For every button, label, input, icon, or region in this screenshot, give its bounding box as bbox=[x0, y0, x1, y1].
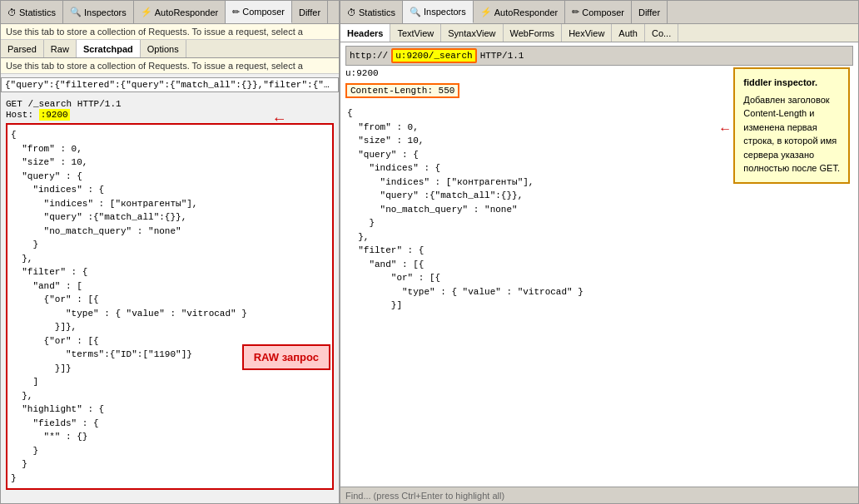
left-tab-statistics[interactable]: ⏱ Statistics bbox=[1, 1, 63, 23]
tooltip-line2: Content-Length и bbox=[743, 106, 840, 121]
sub-tab-options[interactable]: Options bbox=[141, 40, 186, 57]
sub-tab-parsed[interactable]: Parsed bbox=[1, 40, 44, 57]
sub-tab-webforms[interactable]: WebForms bbox=[504, 24, 563, 42]
right-autoresponder-icon: ⚡ bbox=[480, 7, 492, 17]
fiddler-tooltip: fiddler inspector. Добавлен заголовок Co… bbox=[733, 67, 850, 184]
tooltip-line5: сервера указано bbox=[743, 148, 840, 162]
tooltip-title: fiddler inspector. bbox=[743, 76, 840, 90]
right-panel: ⏱ Statistics 🔍 Inspectors ⚡ AutoResponde… bbox=[340, 0, 859, 504]
scratchpad-info: Use this tab to store a collection of Re… bbox=[1, 58, 339, 74]
left-info-bar: Use this tab to store a collection of Re… bbox=[1, 24, 339, 40]
tooltip-arrow: ← bbox=[718, 119, 732, 139]
left-arrow: ← bbox=[275, 111, 284, 127]
left-content-area: GET /_search HTTP/1.1 Host: :9200 ← { "f… bbox=[1, 96, 339, 503]
tooltip-line4: строка, в которой имя bbox=[743, 134, 840, 148]
find-bar[interactable]: Find... (press Ctrl+Enter to highlight a… bbox=[340, 487, 858, 503]
sub-tab-syntaxview[interactable]: SyntaxView bbox=[441, 24, 503, 42]
main-container: ⏱ Statistics 🔍 Inspectors ⚡ AutoResponde… bbox=[0, 0, 859, 504]
left-tab-autoresponder[interactable]: ⚡ AutoResponder bbox=[134, 1, 226, 23]
url-prefix: http:// bbox=[350, 51, 388, 61]
query-input-bar[interactable]: {"query":{"filtered":{"query":{"match_al… bbox=[1, 77, 339, 92]
right-inspectors-icon: 🔍 bbox=[410, 7, 421, 17]
composer-icon: ✏ bbox=[232, 7, 240, 17]
right-tab-composer[interactable]: ✏ Composer bbox=[565, 1, 632, 23]
right-tab-autoresponder[interactable]: ⚡ AutoResponder bbox=[474, 1, 565, 23]
right-tab-statistics[interactable]: ⏱ Statistics bbox=[340, 1, 403, 23]
left-tab-differ[interactable]: Differ bbox=[292, 1, 328, 23]
sub-tab-raw[interactable]: Raw bbox=[44, 40, 77, 57]
right-sub-tab-bar: Headers TextView SyntaxView WebForms Hex… bbox=[340, 24, 858, 42]
left-sub-tab-bar: Parsed Raw Scratchpad Options bbox=[1, 40, 339, 58]
request-line: GET /_search HTTP/1.1 bbox=[6, 99, 334, 109]
left-tab-bar: ⏱ Statistics 🔍 Inspectors ⚡ AutoResponde… bbox=[1, 1, 339, 24]
right-tab-bar: ⏱ Statistics 🔍 Inspectors ⚡ AutoResponde… bbox=[340, 1, 858, 24]
content-length-header: Content-Length: 550 bbox=[345, 83, 459, 98]
left-tab-inspectors[interactable]: 🔍 Inspectors bbox=[63, 1, 134, 23]
sub-tab-hexview[interactable]: HexView bbox=[562, 24, 612, 42]
inspectors-icon: 🔍 bbox=[70, 7, 82, 17]
tooltip-line3: изменена первая bbox=[743, 121, 840, 135]
tooltip-line6: полностью после GET. bbox=[743, 161, 840, 175]
sub-tab-co[interactable]: Co... bbox=[645, 24, 678, 42]
tooltip-line1: Добавлен заголовок bbox=[743, 93, 840, 107]
sub-tab-auth[interactable]: Auth bbox=[612, 24, 645, 42]
autoresponder-icon: ⚡ bbox=[141, 7, 152, 17]
right-composer-icon: ✏ bbox=[572, 7, 579, 17]
left-panel: ⏱ Statistics 🔍 Inspectors ⚡ AutoResponde… bbox=[0, 0, 340, 504]
url-bar: http:// u:9200/_search HTTP/1.1 bbox=[345, 46, 853, 66]
raw-request-annotation: RAW запрос bbox=[242, 344, 330, 370]
sub-tab-textview[interactable]: TextView bbox=[390, 24, 441, 42]
left-tab-composer[interactable]: ✏ Composer bbox=[226, 1, 292, 23]
sub-tab-headers[interactable]: Headers bbox=[340, 24, 390, 42]
left-json-box: { "from" : 0, "size" : 10, "query" : { "… bbox=[6, 123, 334, 490]
left-json-content: { "from" : 0, "size" : 10, "query" : { "… bbox=[11, 128, 329, 485]
host-line: Host: :9200 bbox=[6, 110, 334, 120]
right-tab-differ[interactable]: Differ bbox=[632, 1, 668, 23]
url-suffix: HTTP/1.1 bbox=[480, 51, 524, 61]
url-highlighted: u:9200/_search bbox=[391, 48, 476, 63]
host-value: :9200 bbox=[39, 109, 70, 121]
sub-tab-scratchpad[interactable]: Scratchpad bbox=[77, 40, 141, 57]
right-statistics-icon: ⏱ bbox=[347, 7, 356, 17]
right-tab-inspectors[interactable]: 🔍 Inspectors bbox=[403, 1, 474, 23]
statistics-icon: ⏱ bbox=[7, 7, 17, 17]
